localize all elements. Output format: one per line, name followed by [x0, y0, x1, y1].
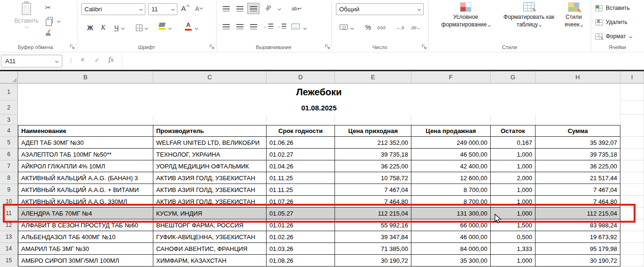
cell-E13[interactable]: 39 347,84 — [335, 231, 411, 243]
wrap-text-button[interactable]: ab↩ — [292, 6, 301, 12]
format-as-table-button[interactable]: Форматировать как таблицу — [499, 1, 559, 42]
cell-B12[interactable]: АЛФАВИТ В СЕЗОН ПРОСТУД ТАБ №60 — [18, 219, 153, 231]
cell-B13[interactable]: АЛЬБЕНДАЗОЛ ТАБ 400МГ №10 — [18, 231, 153, 243]
font-name-combo[interactable]: Calibri — [81, 3, 145, 15]
table-header-2[interactable]: Срок годности — [267, 125, 335, 137]
cell-B6[interactable]: АЗАЛЕПТОЛ ТАБ 100МГ №50** — [18, 149, 153, 160]
align-bottom-button[interactable] — [247, 3, 259, 14]
row-header-2[interactable]: 2 — [0, 100, 18, 115]
orientation-chevron-icon[interactable] — [278, 7, 281, 10]
cell-H15[interactable]: 30 190,72 — [535, 255, 620, 267]
increase-decimal-button[interactable]: ←,0 — [396, 25, 404, 30]
cell-F7[interactable]: 42 400,00 — [411, 160, 491, 172]
conditional-formatting-button[interactable]: Условное форматирование — [433, 1, 498, 42]
cell-G13[interactable]: 0,500 — [491, 231, 535, 243]
name-box[interactable]: A11 — [1, 55, 62, 67]
cell-F11[interactable]: 131 300,00 — [411, 208, 491, 219]
cell-C13[interactable]: ГУФИК-АВИЦЕННА, УЗБЕКИСТАН — [153, 231, 267, 243]
cell-D6[interactable]: 01.02.27 — [267, 149, 335, 160]
comma-style-button[interactable]: 000 — [377, 25, 386, 30]
dialog-launcher-alignment[interactable] — [325, 44, 330, 50]
percent-style-button[interactable]: % — [365, 24, 371, 31]
cell-E7[interactable]: 36 225,00 — [335, 160, 411, 172]
font-color-button[interactable]: А — [185, 22, 192, 31]
table-header-4[interactable]: Цена продажная — [411, 125, 491, 137]
row-header-5[interactable]: 5 — [0, 137, 18, 149]
align-left-button[interactable] — [220, 21, 232, 32]
row-header-7[interactable]: 7 — [0, 160, 18, 172]
select-all-corner[interactable] — [0, 71, 18, 83]
borders-button[interactable] — [136, 25, 142, 31]
cell-C12[interactable]: ВНЕШТОРГ ФАРМА, РОССИЯ — [153, 219, 267, 231]
cancel-icon[interactable]: × — [80, 55, 85, 65]
table-header-0[interactable]: Наименование — [18, 125, 153, 137]
cell-D12[interactable]: 01.01.26 — [267, 219, 335, 231]
underline-chevron-icon[interactable] — [121, 26, 125, 30]
cell-G9[interactable]: 1,000 — [491, 184, 535, 196]
cell-C7[interactable]: УОРЛД МЕДИЦИН ОФТАЛЬМИК — [153, 160, 267, 172]
grow-font-button[interactable]: A — [181, 4, 189, 12]
table-header-6[interactable]: Сумма — [535, 125, 620, 137]
cell-D13[interactable]: 01.02.26 — [267, 231, 335, 243]
table-header-1[interactable]: Производитель — [153, 125, 267, 137]
cell-C11[interactable]: КУСУМ, ИНДИЯ — [153, 208, 267, 219]
cell-E14[interactable]: 71 385,00 — [335, 243, 411, 255]
cell-H13[interactable]: 19 673,92 — [535, 231, 620, 243]
cell-G10[interactable]: 1,000 — [491, 196, 535, 208]
cell-C14[interactable]: САНОФИ АВЕНТИС, ФРАНЦИЯ — [153, 243, 267, 255]
cell-styles-button[interactable]: Стили ячеек — [560, 1, 588, 42]
cell-F5[interactable]: 249 000,00 — [411, 137, 491, 149]
cell-H7[interactable]: 36 225,00 — [535, 160, 620, 172]
merge-chevron-icon[interactable] — [303, 26, 307, 30]
column-header-D[interactable]: D — [267, 71, 335, 83]
delete-cells-button[interactable]: Удалить — [595, 17, 627, 27]
cell-E6[interactable]: 39 735,18 — [335, 149, 411, 160]
merge-center-button[interactable]: ↔ — [292, 24, 300, 29]
font-color-chevron-icon[interactable] — [195, 26, 198, 30]
cell-D15[interactable]: 01.08.26 — [267, 255, 335, 267]
cell-H11[interactable]: 112 215,04 — [535, 208, 620, 219]
insert-function-icon[interactable]: fx — [109, 56, 114, 64]
orientation-button[interactable]: ab — [265, 5, 271, 10]
cell-F14[interactable]: 84 000,00 — [411, 243, 491, 255]
column-header-E[interactable]: E — [335, 71, 411, 83]
decrease-decimal-button[interactable]: ,00→ — [410, 25, 421, 30]
cell-G5[interactable]: 0,167 — [491, 137, 535, 149]
cell-E8[interactable]: 10 758,72 — [335, 172, 411, 184]
cell-B11[interactable]: АЛЕНДРА ТАБ 70МГ №4 — [18, 208, 153, 219]
enter-icon[interactable]: ✓ — [94, 56, 100, 64]
decrease-indent-button[interactable]: ← — [263, 24, 273, 29]
copy-icon[interactable] — [48, 17, 53, 23]
cell-H5[interactable]: 35 392,07 — [535, 137, 620, 149]
row-header-14[interactable]: 14 — [0, 243, 18, 255]
dialog-launcher-font[interactable] — [209, 44, 215, 50]
increase-indent-button[interactable]: → — [276, 24, 286, 29]
cell-G8[interactable]: 2,000 — [491, 172, 535, 184]
cell-H10[interactable]: 7 464,80 — [535, 196, 620, 208]
cell-G11[interactable]: 1,000 — [491, 208, 535, 219]
column-header-H[interactable]: H — [535, 71, 620, 83]
cell-D10[interactable]: 01.07.26 — [267, 196, 335, 208]
column-header-I[interactable]: I — [620, 71, 644, 83]
cell-D7[interactable]: 01.04.26 — [267, 160, 335, 172]
cell-E15[interactable]: 30 190,72 — [335, 255, 411, 267]
row-header-9[interactable]: 9 — [0, 184, 18, 196]
format-painter-icon[interactable] — [45, 29, 52, 37]
accounting-format-button[interactable] — [340, 25, 348, 30]
accounting-chevron-icon[interactable] — [351, 26, 354, 30]
cell-H6[interactable]: 39 735,18 — [535, 149, 620, 160]
cell-H8[interactable]: 21 517,44 — [535, 172, 620, 184]
cell-B10[interactable]: АКТИВНЫЙ КАЛЬЦИЙ A.A.G. 330МЛ — [18, 196, 153, 208]
cell-B14[interactable]: АМАРИЛ ТАБ 3МГ №30 — [18, 243, 153, 255]
insert-cells-button[interactable]: Вставить — [595, 3, 630, 13]
cell-D11[interactable]: 01.05.27 — [267, 208, 335, 219]
cell-G7[interactable]: 1,000 — [491, 160, 535, 172]
cell-H12[interactable]: 83 988,24 — [535, 219, 620, 231]
align-center-button[interactable] — [234, 21, 246, 32]
cell-G15[interactable]: 1,000 — [491, 255, 535, 267]
cell-C9[interactable]: АКТИВ АЗИЯ ГОЛД, УЗБЕКИСТАН — [153, 184, 267, 196]
cell-G12[interactable]: 1,500 — [491, 219, 535, 231]
cell-F8[interactable]: 12 600,00 — [411, 172, 491, 184]
column-header-C[interactable]: C — [153, 71, 267, 83]
fill-color-chevron-icon[interactable] — [168, 26, 172, 30]
